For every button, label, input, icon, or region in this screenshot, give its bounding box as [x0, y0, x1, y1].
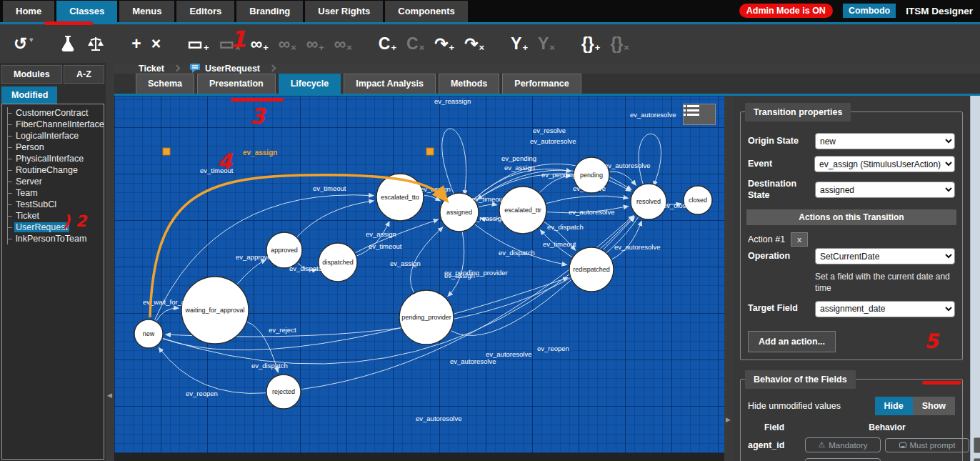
class-item-userrequest[interactable]: UserRequest: [8, 222, 104, 233]
transition-properties-title: Transition properties: [745, 103, 851, 122]
sidebar-tab-az[interactable]: A-Z: [64, 65, 104, 84]
class-item-lnkpersontoteam[interactable]: lnkPersonToTeam: [8, 233, 104, 244]
hide-button[interactable]: Hide: [875, 397, 913, 415]
class-item-person[interactable]: Person: [8, 142, 104, 153]
tab-impact-analysis[interactable]: Impact Analysis: [344, 74, 436, 94]
selected-transition-label: ev_assign: [243, 149, 277, 157]
delete-class-icon[interactable]: ×: [151, 36, 161, 52]
remove-action-button[interactable]: x: [791, 232, 808, 247]
event-label: Event: [748, 159, 814, 170]
delete-state-icon: C×: [406, 36, 424, 52]
class-item-fiberchannelinterface[interactable]: FiberChannelInterface: [8, 119, 104, 130]
delete-field-icon: ▭×: [219, 36, 241, 52]
add-action-button[interactable]: Add an action...: [748, 331, 836, 352]
class-item-team[interactable]: Team: [8, 187, 104, 199]
transition-ev_assign[interactable]: [424, 196, 441, 202]
transition-label: ev_wait_for_approval: [143, 298, 207, 306]
mandatory-badge[interactable]: ⚠Mandatory: [805, 458, 881, 461]
menu-tab-branding[interactable]: Branding: [236, 1, 303, 22]
panel-collapse-strip[interactable]: ▶: [724, 96, 733, 461]
class-item-testsubcl[interactable]: TestSubCl: [8, 199, 104, 210]
vertical-scrollbar[interactable]: [970, 96, 980, 461]
class-item-logicalinterface[interactable]: LogicalInterface: [8, 130, 104, 142]
compare-scales-icon[interactable]: [86, 35, 105, 52]
class-item-server[interactable]: Server: [8, 176, 104, 187]
transition-label: ev_reassign: [469, 214, 505, 222]
diagram-list-view-button[interactable]: [683, 104, 716, 125]
edit-field-behavior-button[interactable]: ✎: [974, 437, 980, 453]
transition-ev_timeout[interactable]: [297, 201, 374, 237]
transition-label: ev_reject: [269, 326, 296, 334]
behavior-field-agent_id: agent_id: [748, 440, 801, 450]
origin-state-select[interactable]: new: [815, 133, 955, 149]
origin-state-label: Origin State: [748, 136, 815, 147]
transition-ev_autoresolve[interactable]: [639, 134, 661, 186]
sidebar-collapse-strip[interactable]: ◀: [106, 63, 114, 461]
target-field-select[interactable]: assignment_date: [815, 301, 955, 317]
add-relation-graph-icon[interactable]: Y+: [511, 36, 528, 52]
state-label-resolved: resolved: [636, 198, 661, 205]
show-button[interactable]: Show: [913, 397, 955, 415]
brand-badge[interactable]: Combodo: [843, 4, 896, 18]
action-1-label: Action #1: [748, 234, 785, 244]
menu-tab-user-rights[interactable]: User Rights: [305, 1, 383, 22]
operation-label: Operation: [748, 251, 815, 262]
event-select[interactable]: ev_assign (StimulusUserAction): [814, 156, 955, 172]
transition-ev_autoresolve[interactable]: [612, 221, 642, 259]
tab-performance[interactable]: Performance: [502, 74, 581, 94]
transition-ev_resolve[interactable]: [546, 196, 629, 204]
add-state-icon[interactable]: C+: [379, 36, 396, 52]
menu-tab-components[interactable]: Components: [385, 1, 467, 22]
menu-tab-menus[interactable]: Menus: [119, 1, 174, 22]
add-transition-icon[interactable]: ↷+: [434, 36, 454, 52]
operation-select[interactable]: SetCurrentDate: [815, 248, 955, 264]
menu-tab-home[interactable]: Home: [3, 1, 54, 22]
destination-state-select[interactable]: assigned: [815, 182, 955, 198]
menu-tab-editors[interactable]: Editors: [176, 1, 234, 22]
add-method-icon[interactable]: {}+: [581, 36, 601, 52]
delete-transition-icon[interactable]: ↷×: [464, 36, 484, 52]
state-label-approved: approved: [271, 247, 298, 254]
transition-handle[interactable]: [163, 148, 170, 155]
field-column-header: Field: [748, 422, 801, 432]
sidebar-tab-modules[interactable]: Modules: [1, 65, 62, 84]
lifecycle-diagram[interactable]: newwaiting_for_approvalapproveddispatche…: [114, 96, 724, 453]
list-icon: [684, 104, 699, 117]
transition-handle[interactable]: [426, 148, 434, 155]
tab-schema[interactable]: Schema: [136, 74, 194, 94]
transition-ev_pending_provider[interactable]: [448, 232, 464, 297]
collapse-left-icon[interactable]: ◀: [107, 392, 112, 399]
add-relation-icon[interactable]: ∞+: [251, 36, 269, 52]
transition-label: ev_dispatch: [547, 223, 584, 231]
menu-tab-classes[interactable]: Classes: [56, 1, 117, 22]
transition-ev_reopen[interactable]: [159, 347, 266, 393]
class-item-physicalinterface[interactable]: PhysicalInterface: [8, 153, 104, 164]
mandatory-badge[interactable]: ⚠Mandatory: [805, 437, 881, 452]
transition-ev_approve[interactable]: [237, 259, 266, 284]
must-prompt-badge[interactable]: Must prompt: [885, 438, 969, 452]
tab-methods[interactable]: Methods: [439, 74, 499, 94]
tab-presentation[interactable]: Presentation: [197, 74, 276, 94]
transition-ev_timeout[interactable]: [357, 222, 390, 256]
add-class-icon[interactable]: +: [131, 36, 141, 52]
transition-ev_timeout[interactable]: [479, 204, 497, 207]
undo-icon[interactable]: ↺▾: [14, 36, 33, 52]
transition-label: ev_dispatch: [251, 362, 288, 370]
class-item-routinechange[interactable]: RoutineChange: [8, 164, 104, 176]
properties-panel: Transition properties Origin State new E…: [733, 96, 970, 461]
collapse-right-icon[interactable]: ▶: [726, 416, 731, 423]
transition-label: ev_assign: [444, 272, 475, 279]
transition-label: ev_reopen: [537, 344, 569, 352]
sidebar-tab-modified[interactable]: Modified: [1, 86, 57, 104]
breadcrumb-item-userrequest[interactable]: UserRequest: [189, 63, 260, 74]
class-item-customercontract[interactable]: CustomerContract: [8, 107, 104, 119]
test-flask-icon[interactable]: [59, 34, 76, 53]
transition-ev_autoresolve[interactable]: [610, 172, 636, 185]
add-field-icon[interactable]: ▭+: [187, 36, 209, 52]
tab-lifecycle[interactable]: Lifecycle: [279, 74, 341, 94]
transition-label: ev_reassign: [434, 97, 471, 105]
edit-field-behavior-button[interactable]: ✎: [974, 458, 980, 461]
transition-label: ev_timeout: [543, 240, 576, 248]
class-item-ticket[interactable]: Ticket: [8, 210, 104, 222]
breadcrumb-item-ticket[interactable]: Ticket: [139, 64, 164, 74]
